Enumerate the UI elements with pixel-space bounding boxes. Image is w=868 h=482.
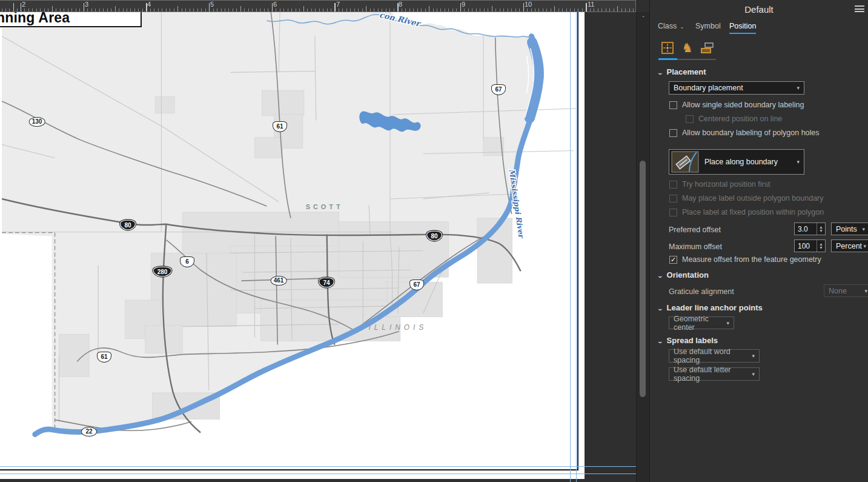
map-title-box[interactable]: nning Area	[0, 12, 142, 27]
section-leader-line-anchor-points[interactable]: ⌄Leader line anchor points	[658, 303, 763, 312]
maximum-offset-unit-dropdown[interactable]: Percent▾	[831, 239, 868, 252]
anchor-point-dropdown[interactable]: Geometric center▾	[669, 316, 734, 329]
checkbox-polygon-holes[interactable]: Allow boundary labeling of polygon holes	[669, 129, 820, 137]
chevron-down-icon: ⌄	[657, 70, 663, 76]
preferred-offset-label: Preferred offset	[669, 226, 721, 234]
ruler-number: 11	[588, 1, 594, 8]
place-along-boundary-icon	[671, 151, 699, 173]
checkbox-box	[669, 181, 677, 189]
graticule-alignment-label: Graticule alignment	[669, 287, 734, 296]
map-frame[interactable]: SCOTT ILLINOIS Mississippi River con Riv…	[0, 12, 585, 479]
checkbox-box	[686, 115, 694, 123]
checkbox-box[interactable]	[669, 129, 677, 137]
chevron-down-icon: ⌄	[657, 273, 663, 279]
word-spacing-dropdown[interactable]: Use default word spacing▾	[669, 349, 760, 363]
checkbox-measure-offset[interactable]: ✓ Measure offset from the feature geomet…	[669, 255, 821, 264]
tab-class[interactable]: Class⌄	[658, 22, 684, 30]
section-placement[interactable]: ⌄Placement	[658, 67, 706, 76]
chevron-down-icon: ⌄	[680, 24, 684, 30]
route-shield-461: 461	[271, 276, 287, 286]
maximum-offset-input[interactable]: 100 ▲▼	[794, 239, 826, 252]
ruler-number: 2	[22, 1, 25, 8]
icon-underline-track	[677, 59, 716, 60]
section-orientation[interactable]: ⌄Orientation	[658, 270, 709, 279]
map-frame-border-bottom	[0, 469, 578, 470]
checkbox-checked-box[interactable]: ✓	[669, 256, 677, 264]
placement-type-dropdown[interactable]: Boundary placement▾	[669, 81, 804, 95]
placement-style-dropdown[interactable]: Place along boundary ▾	[669, 149, 804, 175]
dropdown-caret-icon: ▾	[862, 226, 865, 232]
graticule-alignment-dropdown: None▾	[824, 284, 868, 297]
active-icon-underline	[658, 58, 677, 60]
guide-horizontal-2[interactable]	[0, 474, 641, 474]
state-label: ILLINOIS	[369, 323, 428, 332]
guide-horizontal-1[interactable]	[0, 466, 641, 467]
labeling-position-panel: Default Class⌄ Symbol Position ♞ ⌄Placem…	[649, 0, 868, 482]
ruler-number: 4	[147, 1, 151, 8]
dropdown-caret-icon: ▾	[752, 353, 755, 359]
hamburger-menu-icon[interactable]	[855, 5, 864, 13]
dropdown-caret-icon: ▾	[797, 85, 800, 91]
ruler-number: 5	[210, 1, 214, 8]
dropdown-caret-icon: ▾	[863, 243, 866, 249]
checkbox-box[interactable]	[669, 101, 677, 109]
panel-title: Default	[650, 4, 868, 15]
layout-page[interactable]: SCOTT ILLINOIS Mississippi River con Riv…	[0, 12, 585, 479]
checkbox-box	[669, 195, 677, 203]
scrollbar-thumb[interactable]	[640, 161, 646, 397]
vertical-scrollbar[interactable]: ˆ	[636, 12, 649, 482]
guide-vertical-1[interactable]	[570, 12, 571, 482]
chevron-down-icon: ⌄	[657, 338, 663, 344]
guide-vertical-2[interactable]	[576, 12, 577, 482]
scroll-up-icon[interactable]: ˆ	[639, 15, 648, 23]
conflict-resolution-icon[interactable]	[700, 40, 715, 56]
tab-position[interactable]: Position	[729, 22, 756, 34]
letter-spacing-dropdown[interactable]: Use default letter spacing▾	[669, 367, 760, 381]
route-shield-22: 22	[81, 427, 97, 437]
preferred-offset-input[interactable]: 3.0 ▲▼	[794, 223, 826, 235]
ruler-number: 3	[85, 1, 88, 8]
position-anchor-icon[interactable]	[660, 40, 675, 56]
checkbox-fixed-position: Place label at fixed position within pol…	[669, 208, 824, 216]
ruler-number: 6	[273, 1, 277, 8]
chevron-down-icon: ⌄	[657, 306, 663, 312]
spinner-arrows-icon[interactable]: ▲▼	[817, 223, 825, 235]
route-shield-130: 130	[29, 117, 45, 127]
checkbox-single-sided[interactable]: Allow single sided boundary labeling	[669, 101, 804, 109]
checkbox-centered-on-line: Centered position on line	[686, 115, 782, 123]
ruler-number: 7	[336, 1, 340, 8]
checkbox-box	[669, 209, 677, 216]
dropdown-caret-icon: ▾	[864, 288, 867, 294]
dropdown-caret-icon: ▾	[726, 320, 729, 326]
planning-boundary-dashed	[2, 233, 55, 429]
dropdown-caret-icon: ▾	[752, 371, 755, 377]
dropdown-caret-icon: ▾	[797, 159, 800, 165]
horizontal-ruler: 2 3 4 5 6 7 8 9 10 11	[0, 0, 636, 12]
tab-symbol[interactable]: Symbol	[695, 22, 721, 30]
ruler-number: 9	[462, 1, 465, 8]
layout-view: SCOTT ILLINOIS Mississippi River con Riv…	[0, 0, 649, 482]
ruler-number: 8	[399, 1, 402, 8]
map-title-text: nning Area	[0, 12, 70, 26]
maximum-offset-label: Maximum offset	[669, 243, 722, 251]
ruler-number: 10	[525, 1, 532, 8]
section-spread-labels[interactable]: ⌄Spread labels	[658, 336, 718, 345]
preferred-offset-unit-dropdown[interactable]: Points▾	[831, 223, 868, 235]
checkbox-outside-boundary: May place label outside polygon boundary	[669, 194, 824, 203]
fitting-strategy-knight-icon[interactable]: ♞	[680, 40, 695, 56]
map-frame-border-right	[577, 12, 578, 470]
county-label: SCOTT	[306, 203, 343, 210]
spinner-arrows-icon[interactable]: ▲▼	[817, 240, 825, 252]
checkbox-horizontal-first: Try horizontal position first	[669, 180, 770, 189]
